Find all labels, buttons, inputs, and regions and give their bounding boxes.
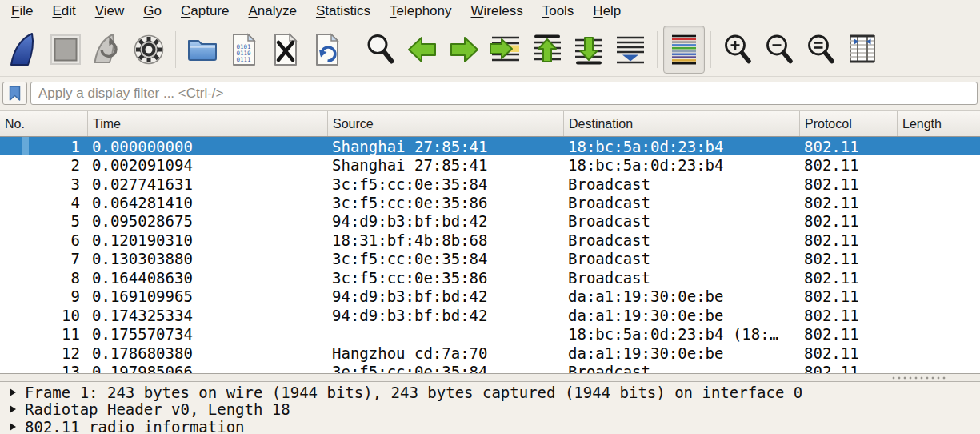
packet-row-6[interactable]: 60.12019031018:31:bf:4b:8b:68Broadcast80… (0, 231, 980, 249)
cell-no: 1 (0, 138, 88, 155)
cell-no: 2 (0, 156, 88, 174)
column-header-destination[interactable]: Destination (564, 111, 800, 136)
detail-row-1[interactable]: Frame 1: 243 bytes on wire (1944 bits), … (0, 384, 980, 401)
column-header-time[interactable]: Time (88, 111, 328, 136)
resize-columns-icon (844, 31, 881, 68)
reload-file-button[interactable] (306, 26, 348, 74)
cell-destination: 18:bc:5a:0d:23:b4 (18:… (564, 325, 800, 343)
gear-icon (130, 31, 167, 68)
folder-open-icon (184, 31, 221, 68)
cell-source: Shanghai_27:85:41 (328, 156, 564, 174)
menu-statistics[interactable]: Statistics (306, 1, 380, 22)
stop-capture-button[interactable] (45, 26, 86, 74)
menu-help[interactable]: Help (583, 1, 630, 22)
close-file-button[interactable] (265, 26, 306, 74)
menu-view[interactable]: View (86, 1, 134, 22)
menu-analyze[interactable]: Analyze (238, 1, 306, 22)
go-bottom-icon (570, 31, 607, 68)
cell-source: 3c:f5:cc:0e:35:84 (328, 175, 564, 193)
resize-columns-button[interactable] (842, 26, 883, 74)
cell-destination: Broadcast (564, 194, 800, 211)
find-packet-button[interactable] (360, 26, 402, 74)
packet-row-12[interactable]: 120.178680380Hangzhou_cd:7a:70da:a1:19:3… (0, 344, 980, 362)
cell-no: 4 (0, 194, 88, 211)
packet-row-7[interactable]: 70.1303038803c:f5:cc:0e:35:84Broadcast80… (0, 250, 980, 268)
cell-source: 94:d9:b3:bf:bd:42 (328, 212, 564, 230)
display-filter-input[interactable] (30, 82, 978, 105)
filter-bookmark-button[interactable] (2, 82, 27, 105)
cell-no: 8 (0, 269, 88, 287)
cell-protocol: 802.11 (800, 250, 898, 267)
detail-row-3[interactable]: 802.11 radio information (0, 418, 980, 434)
column-header-source[interactable]: Source (328, 111, 564, 136)
column-header-protocol[interactable]: Protocol (800, 111, 898, 136)
menu-tools[interactable]: Tools (533, 1, 584, 22)
capture-options-button[interactable] (128, 26, 170, 74)
cell-protocol: 802.11 (800, 363, 898, 373)
auto-scroll-icon (612, 31, 649, 68)
pane-splitter[interactable] (0, 373, 980, 382)
packet-row-1[interactable]: 10.000000000Shanghai_27:85:4118:bc:5a:0d… (0, 137, 980, 155)
cell-source: 18:31:bf:4b:8b:68 (328, 231, 564, 249)
expander-icon[interactable] (10, 423, 16, 431)
cell-source: 94:d9:b3:bf:bd:42 (328, 287, 564, 305)
restart-capture-button[interactable] (86, 26, 128, 74)
go-last-packet-button[interactable] (568, 26, 610, 74)
cell-protocol: 802.11 (800, 231, 898, 249)
cell-no: 10 (0, 307, 88, 324)
cell-time: 0.130303880 (88, 250, 328, 267)
wireshark-fin-icon (6, 31, 42, 68)
detail-row-2[interactable]: Radiotap Header v0, Length 18 (0, 401, 980, 419)
packet-row-4[interactable]: 40.0642814103c:f5:cc:0e:35:86Broadcast80… (0, 193, 980, 211)
expander-icon[interactable] (10, 405, 16, 413)
cell-source: 3e:f5:cc:0e:35:84 (328, 363, 564, 373)
packet-row-10[interactable]: 100.17432533494:d9:b3:bf:bd:42da:a1:19:3… (0, 306, 980, 324)
go-to-packet-button[interactable] (485, 26, 526, 74)
packet-row-2[interactable]: 20.002091094Shanghai_27:85:4118:bc:5a:0d… (0, 155, 980, 174)
cell-time: 0.027741631 (88, 175, 328, 193)
packet-row-13[interactable]: 130.1979850663e:f5:cc:0e:35:84Broadcast8… (0, 362, 980, 373)
menu-go[interactable]: Go (134, 1, 171, 22)
menu-capture[interactable]: Capture (171, 1, 238, 22)
cell-protocol: 802.11 (800, 194, 898, 211)
menu-wireless[interactable]: Wireless (462, 1, 533, 22)
zoom-normal-icon (802, 31, 839, 68)
cell-destination: Broadcast (564, 269, 800, 287)
save-file-button[interactable]: 010101100111 (223, 26, 265, 74)
cell-destination: Broadcast (564, 250, 800, 267)
cell-no: 6 (0, 231, 88, 249)
packet-row-5[interactable]: 50.09502867594:d9:b3:bf:bd:42Broadcast80… (0, 212, 980, 231)
packet-row-8[interactable]: 80.1644086303c:f5:cc:0e:35:86Broadcast80… (0, 268, 980, 287)
menu-telephony[interactable]: Telephony (380, 1, 462, 22)
cell-time: 0.197985066 (88, 363, 328, 373)
packet-row-11[interactable]: 110.17557073418:bc:5a:0d:23:b4 (18:…802.… (0, 324, 980, 343)
packet-row-3[interactable]: 30.0277416313c:f5:cc:0e:35:84Broadcast80… (0, 175, 980, 193)
colorize-button[interactable] (663, 26, 705, 74)
expander-icon[interactable] (10, 388, 16, 396)
go-forward-button[interactable] (443, 26, 485, 74)
cell-protocol: 802.11 (800, 138, 898, 155)
open-file-button[interactable] (182, 26, 223, 74)
zoom-normal-button[interactable] (800, 26, 842, 74)
zoom-out-button[interactable] (758, 26, 800, 74)
cell-protocol: 802.11 (800, 175, 898, 193)
go-back-button[interactable] (402, 26, 443, 74)
cell-no: 13 (0, 363, 88, 373)
cell-time: 0.178680380 (88, 344, 328, 362)
column-header-length[interactable]: Length (898, 111, 980, 136)
column-header-no[interactable]: No. (0, 111, 88, 136)
cell-destination: Broadcast (564, 363, 800, 373)
stop-icon (47, 31, 84, 68)
go-first-packet-button[interactable] (526, 26, 568, 74)
arrow-left-icon (404, 31, 441, 68)
zoom-in-button[interactable] (717, 26, 758, 74)
detail-text: Radiotap Header v0, Length 18 (25, 400, 290, 418)
cell-source: 3c:f5:cc:0e:35:86 (328, 269, 564, 287)
start-capture-button[interactable] (3, 26, 45, 74)
menu-edit[interactable]: Edit (42, 1, 85, 22)
packet-row-9[interactable]: 90.16910996594:d9:b3:bf:bd:42da:a1:19:30… (0, 287, 980, 306)
auto-scroll-button[interactable] (610, 26, 651, 74)
packet-list: 10.000000000Shanghai_27:85:4118:bc:5a:0d… (0, 137, 980, 373)
menu-file[interactable]: File (2, 1, 42, 22)
cell-source: 3c:f5:cc:0e:35:84 (328, 250, 564, 267)
